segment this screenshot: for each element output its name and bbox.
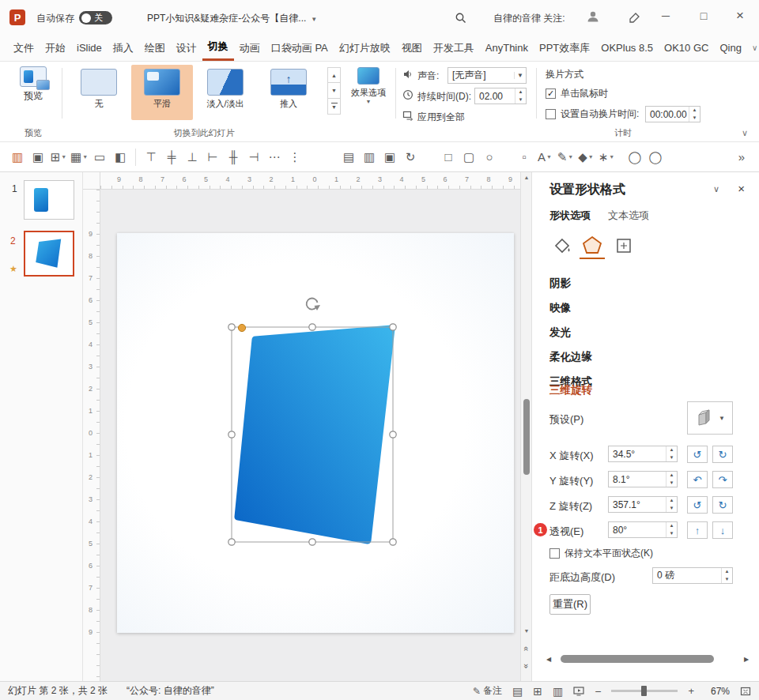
spinner-arrows-icon[interactable]: ▲▼ [666,522,677,537]
document-title[interactable]: PPT小知识&疑难杂症-公众号【自律...▼ [147,12,317,25]
transition-item-fade[interactable]: 淡入/淡出 [194,65,256,120]
distance-spinner[interactable]: 0 磅 ▲▼ [652,567,733,584]
tab-OKPlus 8.5[interactable]: OKPlus 8.5 [595,35,659,61]
tab-开始[interactable]: 开始 [40,35,71,61]
rotate-up-button[interactable]: ↶ [687,471,708,488]
reset-button[interactable]: 重置(R) [549,594,591,615]
slide-editing-surface[interactable] [117,233,514,633]
tab-口袋动画 PA[interactable]: 口袋动画 PA [266,35,334,61]
tab-绘图[interactable]: 绘图 [139,35,171,61]
rotate-object-icon[interactable]: ↻ [401,147,420,167]
normal-view-icon[interactable]: ▤ [512,685,523,698]
section-发光[interactable]: 发光 [549,326,592,340]
section-3d-rotation[interactable]: 三维旋转 [549,383,592,397]
next-slide-button[interactable]: » [521,661,531,671]
section-映像[interactable]: 映像 [549,301,592,315]
more-tools-icon[interactable]: » [732,147,751,167]
group-objects-icon[interactable]: ▣ [380,147,399,167]
tab-AnyThink[interactable]: AnyThink [480,35,534,61]
avatar[interactable] [585,9,601,24]
slide-1-thumbnail[interactable] [24,180,74,220]
on-mouse-click-checkbox[interactable]: ✓ 单击鼠标时 [546,87,608,100]
tab-Qing[interactable]: Qing [714,35,746,61]
tab-text-options[interactable]: 文本选项 [608,209,649,223]
grid-options-icon[interactable]: ▦▼ [70,147,89,167]
rotate-left-button[interactable]: ↺ [687,446,708,463]
align-middle-icon[interactable]: ╪ [162,147,181,167]
bring-forward-icon[interactable]: ▤ [339,147,358,167]
distribute-v-icon[interactable]: ⋮ [285,147,304,167]
zoom-out-icon[interactable]: − [595,685,601,698]
zoom-slider[interactable] [611,690,678,692]
powerpoint-app-icon[interactable]: P [9,9,25,25]
z-rotation-spinner[interactable]: 357.1° ▲▼ [608,496,678,513]
rectangle-shape-icon[interactable]: □ [439,147,458,167]
reading-view-icon[interactable]: ▥ [553,685,563,698]
spinner-arrows-icon[interactable]: ▲▼ [666,446,677,461]
previous-slide-button[interactable]: « [521,644,531,653]
tab-视图[interactable]: 视图 [396,35,428,61]
fit-to-window-icon[interactable] [740,686,751,697]
pane-scroll-right-icon[interactable]: ▶ [744,656,749,663]
pane-close-icon[interactable]: × [738,182,745,195]
minimize-button[interactable]: ─ [651,3,680,28]
tab-shape-options[interactable]: 形状选项 [549,209,591,223]
text-box-icon[interactable]: A▼ [535,147,554,167]
transition-item-morph[interactable]: 平滑 [131,65,193,120]
apply-all-button[interactable]: 应用到全部 [417,111,465,124]
align-left-icon[interactable]: ⊢ [203,147,222,167]
insert-table-icon[interactable]: ⊞▼ [49,147,68,167]
tab-幻灯片放映[interactable]: 幻灯片放映 [334,35,396,61]
tab-插入[interactable]: 插入 [108,35,139,61]
pen-tool-icon[interactable] [626,10,642,24]
pane-scroll-left-icon[interactable]: ◀ [546,656,551,663]
autosave-toggle[interactable]: 关 [79,11,112,24]
align-top-icon[interactable]: ⊤ [142,147,160,167]
gallery-more-icon[interactable]: ▼ [327,99,341,115]
tab-OK10 GC[interactable]: OK10 GC [659,35,714,61]
preview-button[interactable]: 预览 [13,65,54,103]
tab-设计[interactable]: 设计 [171,35,202,61]
magic-effect-icon[interactable]: ∗▼ [597,147,616,167]
tab-PPT效率库[interactable]: PPT效率库 [534,35,595,61]
preset-dropdown[interactable]: ▼ [687,401,733,435]
align-right-icon[interactable]: ⊣ [244,147,263,167]
transition-item-none[interactable]: 无 [68,65,130,120]
zoom-slider-thumb[interactable] [641,686,647,696]
align-bottom-icon[interactable]: ⊥ [183,147,202,167]
checkbox-checked-icon[interactable]: ✓ [546,88,556,99]
shape-fill-icon[interactable]: ◆▼ [576,147,595,167]
auto-advance-time-spinner[interactable]: 00:00.00 ▲▼ [645,106,700,122]
effect-options-button[interactable]: 效果选项 ▼ [346,65,391,104]
y-rotation-spinner[interactable]: 8.1° ▲▼ [608,471,678,487]
search-icon[interactable] [452,10,468,24]
perspective-spinner[interactable]: 80° ▲▼ [608,521,678,538]
ellipse-shape-icon[interactable]: ○ [480,147,499,167]
slide-sorter-icon[interactable]: ⊞ [533,685,542,698]
collapse-ribbon-icon[interactable]: ∨ [742,128,748,138]
tabs-more-chevron-icon[interactable]: ∨ [747,35,759,61]
duration-spinner[interactable]: 02.00 ▲▼ [474,88,527,104]
pane-chevron-down-icon[interactable]: ∨ [713,184,719,194]
spinner-arrows-icon[interactable]: ▲▼ [515,88,526,103]
effect-circle-icon[interactable]: ◯ [625,147,644,167]
rotate-ccw-button[interactable]: ↺ [687,496,708,514]
slide-2-thumbnail[interactable] [24,231,74,277]
checkbox-unchecked-icon[interactable] [546,109,556,119]
rotate-cw-button[interactable]: ↻ [712,496,733,514]
tab-动画[interactable]: 动画 [234,35,266,61]
spinner-arrows-icon[interactable]: ▲▼ [666,472,677,487]
distribute-h-icon[interactable]: ⋯ [265,147,284,167]
tab-文件[interactable]: 文件 [8,35,40,61]
canvas-vertical-scrollbar[interactable]: ▲ ▼ « » [520,172,531,681]
rounded-rectangle-shape-icon[interactable]: ▢ [459,147,478,167]
slideshow-icon[interactable] [573,687,584,696]
style-tool-icon[interactable]: ▥ [8,147,27,167]
zoom-in-icon[interactable]: + [688,685,694,697]
spinner-arrows-icon[interactable]: ▲▼ [721,568,732,583]
text-frame-icon[interactable]: ▫ [515,147,534,167]
tab-iSlide[interactable]: iSlide [71,35,108,61]
fill-line-icon[interactable] [549,232,575,259]
checkbox-unchecked-icon[interactable] [549,548,560,559]
tab-开发工具[interactable]: 开发工具 [428,35,480,61]
